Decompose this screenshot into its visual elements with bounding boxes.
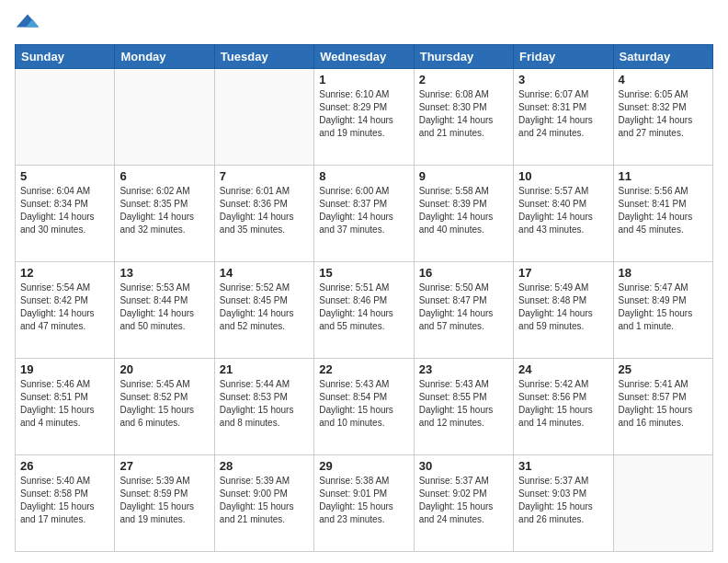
day-number: 25 xyxy=(619,362,708,376)
day-number: 28 xyxy=(220,459,309,473)
weekday-header-friday: Friday xyxy=(514,45,613,69)
calendar-cell: 8 Sunrise: 6:00 AM Sunset: 8:37 PM Dayli… xyxy=(314,166,414,262)
day-number: 3 xyxy=(518,73,608,86)
weekday-header-monday: Monday xyxy=(115,45,214,69)
day-number: 4 xyxy=(619,73,708,86)
day-number: 6 xyxy=(119,169,209,183)
calendar-cell: 14 Sunrise: 5:52 AM Sunset: 8:45 PM Dayl… xyxy=(214,262,313,359)
day-info: Sunrise: 5:51 AM Sunset: 8:46 PM Dayligh… xyxy=(319,282,408,333)
calendar-cell: 7 Sunrise: 6:01 AM Sunset: 8:36 PM Dayli… xyxy=(214,166,313,262)
calendar-cell: 29 Sunrise: 5:38 AM Sunset: 9:01 PM Dayl… xyxy=(314,455,414,552)
day-info: Sunrise: 5:38 AM Sunset: 9:01 PM Dayligh… xyxy=(319,475,408,526)
week-row-2: 5 Sunrise: 6:04 AM Sunset: 8:34 PM Dayli… xyxy=(16,166,713,262)
day-info: Sunrise: 5:53 AM Sunset: 8:44 PM Dayligh… xyxy=(119,282,209,333)
calendar-cell: 3 Sunrise: 6:07 AM Sunset: 8:31 PM Dayli… xyxy=(514,69,613,166)
day-info: Sunrise: 5:37 AM Sunset: 9:02 PM Dayligh… xyxy=(419,475,508,526)
calendar-cell xyxy=(613,455,712,552)
day-number: 1 xyxy=(319,73,408,86)
day-number: 17 xyxy=(518,266,608,280)
calendar-cell: 17 Sunrise: 5:49 AM Sunset: 8:48 PM Dayl… xyxy=(514,262,613,359)
calendar-cell xyxy=(115,69,214,166)
day-number: 15 xyxy=(319,266,408,280)
day-info: Sunrise: 5:57 AM Sunset: 8:40 PM Dayligh… xyxy=(518,185,608,236)
calendar-cell: 11 Sunrise: 5:56 AM Sunset: 8:41 PM Dayl… xyxy=(613,166,712,262)
day-number: 11 xyxy=(619,169,708,183)
calendar-cell: 13 Sunrise: 5:53 AM Sunset: 8:44 PM Dayl… xyxy=(115,262,214,359)
calendar-cell: 12 Sunrise: 5:54 AM Sunset: 8:42 PM Dayl… xyxy=(16,262,115,359)
day-info: Sunrise: 6:07 AM Sunset: 8:31 PM Dayligh… xyxy=(518,88,608,140)
day-number: 8 xyxy=(319,169,408,183)
calendar-cell: 6 Sunrise: 6:02 AM Sunset: 8:35 PM Dayli… xyxy=(115,166,214,262)
day-number: 20 xyxy=(119,362,209,376)
day-info: Sunrise: 6:02 AM Sunset: 8:35 PM Dayligh… xyxy=(119,185,209,236)
day-number: 19 xyxy=(20,362,109,376)
day-info: Sunrise: 5:50 AM Sunset: 8:47 PM Dayligh… xyxy=(419,282,508,333)
calendar-cell: 23 Sunrise: 5:43 AM Sunset: 8:55 PM Dayl… xyxy=(414,359,513,455)
day-info: Sunrise: 5:39 AM Sunset: 8:59 PM Dayligh… xyxy=(119,475,209,526)
calendar-cell: 18 Sunrise: 5:47 AM Sunset: 8:49 PM Dayl… xyxy=(613,262,712,359)
day-number: 24 xyxy=(518,362,608,376)
day-info: Sunrise: 6:01 AM Sunset: 8:36 PM Dayligh… xyxy=(220,185,309,236)
calendar-cell: 22 Sunrise: 5:43 AM Sunset: 8:54 PM Dayl… xyxy=(314,359,414,455)
day-info: Sunrise: 5:47 AM Sunset: 8:49 PM Dayligh… xyxy=(619,282,708,333)
weekday-header-wednesday: Wednesday xyxy=(314,45,414,69)
day-number: 29 xyxy=(319,459,408,473)
day-info: Sunrise: 5:46 AM Sunset: 8:51 PM Dayligh… xyxy=(20,378,109,430)
calendar-cell: 19 Sunrise: 5:46 AM Sunset: 8:51 PM Dayl… xyxy=(16,359,115,455)
weekday-header-sunday: Sunday xyxy=(16,45,115,69)
day-info: Sunrise: 5:43 AM Sunset: 8:54 PM Dayligh… xyxy=(319,378,408,430)
day-number: 9 xyxy=(419,169,508,183)
day-info: Sunrise: 5:41 AM Sunset: 8:57 PM Dayligh… xyxy=(619,378,708,430)
day-info: Sunrise: 5:42 AM Sunset: 8:56 PM Dayligh… xyxy=(518,378,608,430)
calendar-cell xyxy=(214,69,313,166)
calendar-cell: 2 Sunrise: 6:08 AM Sunset: 8:30 PM Dayli… xyxy=(414,69,513,166)
calendar-cell: 25 Sunrise: 5:41 AM Sunset: 8:57 PM Dayl… xyxy=(613,359,712,455)
weekday-header-tuesday: Tuesday xyxy=(214,45,313,69)
day-number: 10 xyxy=(518,169,608,183)
day-info: Sunrise: 5:43 AM Sunset: 8:55 PM Dayligh… xyxy=(419,378,508,430)
day-info: Sunrise: 5:58 AM Sunset: 8:39 PM Dayligh… xyxy=(419,185,508,236)
calendar-cell xyxy=(16,69,115,166)
day-number: 23 xyxy=(419,362,508,376)
day-info: Sunrise: 6:10 AM Sunset: 8:29 PM Dayligh… xyxy=(319,88,408,140)
day-number: 5 xyxy=(20,169,109,183)
day-number: 18 xyxy=(619,266,708,280)
calendar-table: SundayMondayTuesdayWednesdayThursdayFrid… xyxy=(15,44,713,552)
week-row-5: 26 Sunrise: 5:40 AM Sunset: 8:58 PM Dayl… xyxy=(16,455,713,552)
calendar-cell: 27 Sunrise: 5:39 AM Sunset: 8:59 PM Dayl… xyxy=(115,455,214,552)
calendar-cell: 4 Sunrise: 6:05 AM Sunset: 8:32 PM Dayli… xyxy=(613,69,712,166)
weekday-header-saturday: Saturday xyxy=(613,45,712,69)
week-row-1: 1 Sunrise: 6:10 AM Sunset: 8:29 PM Dayli… xyxy=(16,69,713,166)
calendar-cell: 5 Sunrise: 6:04 AM Sunset: 8:34 PM Dayli… xyxy=(16,166,115,262)
day-info: Sunrise: 5:40 AM Sunset: 8:58 PM Dayligh… xyxy=(20,475,109,526)
day-info: Sunrise: 5:37 AM Sunset: 9:03 PM Dayligh… xyxy=(518,475,608,526)
calendar-cell: 1 Sunrise: 6:10 AM Sunset: 8:29 PM Dayli… xyxy=(314,69,414,166)
day-info: Sunrise: 5:52 AM Sunset: 8:45 PM Dayligh… xyxy=(220,282,309,333)
day-number: 2 xyxy=(419,73,508,86)
calendar-cell: 31 Sunrise: 5:37 AM Sunset: 9:03 PM Dayl… xyxy=(514,455,613,552)
day-info: Sunrise: 5:54 AM Sunset: 8:42 PM Dayligh… xyxy=(20,282,109,333)
day-info: Sunrise: 6:08 AM Sunset: 8:30 PM Dayligh… xyxy=(419,88,508,140)
day-info: Sunrise: 5:39 AM Sunset: 9:00 PM Dayligh… xyxy=(220,475,309,526)
calendar-cell: 21 Sunrise: 5:44 AM Sunset: 8:53 PM Dayl… xyxy=(214,359,313,455)
day-number: 14 xyxy=(220,266,309,280)
calendar-cell: 9 Sunrise: 5:58 AM Sunset: 8:39 PM Dayli… xyxy=(414,166,513,262)
day-number: 26 xyxy=(20,459,109,473)
weekday-header-thursday: Thursday xyxy=(414,45,513,69)
calendar-cell: 24 Sunrise: 5:42 AM Sunset: 8:56 PM Dayl… xyxy=(514,359,613,455)
week-row-3: 12 Sunrise: 5:54 AM Sunset: 8:42 PM Dayl… xyxy=(16,262,713,359)
calendar-cell: 26 Sunrise: 5:40 AM Sunset: 8:58 PM Dayl… xyxy=(16,455,115,552)
calendar-cell: 16 Sunrise: 5:50 AM Sunset: 8:47 PM Dayl… xyxy=(414,262,513,359)
day-info: Sunrise: 5:49 AM Sunset: 8:48 PM Dayligh… xyxy=(518,282,608,333)
day-number: 7 xyxy=(220,169,309,183)
day-info: Sunrise: 5:56 AM Sunset: 8:41 PM Dayligh… xyxy=(619,185,708,236)
day-info: Sunrise: 5:44 AM Sunset: 8:53 PM Dayligh… xyxy=(220,378,309,430)
header xyxy=(15,11,713,37)
day-info: Sunrise: 6:04 AM Sunset: 8:34 PM Dayligh… xyxy=(20,185,109,236)
logo-icon xyxy=(15,11,40,37)
day-number: 22 xyxy=(319,362,408,376)
page: SundayMondayTuesdayWednesdayThursdayFrid… xyxy=(0,0,728,563)
day-info: Sunrise: 6:05 AM Sunset: 8:32 PM Dayligh… xyxy=(619,88,708,140)
day-number: 31 xyxy=(518,459,608,473)
day-number: 30 xyxy=(419,459,508,473)
